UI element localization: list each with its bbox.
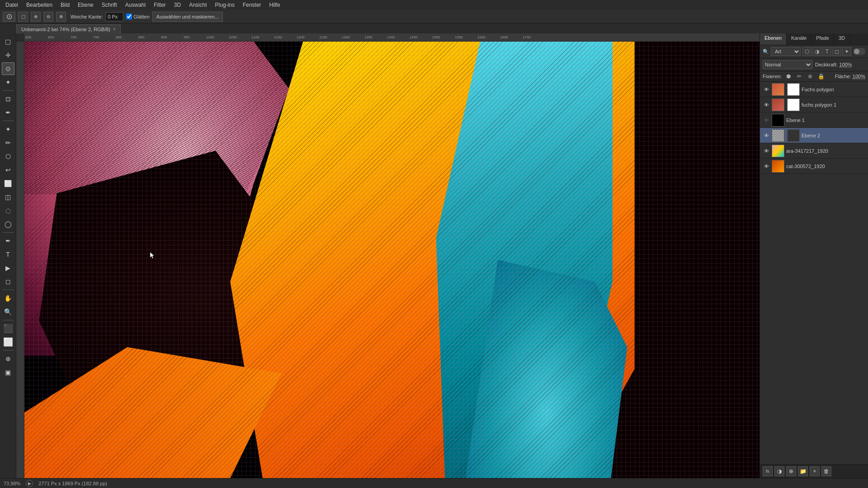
menu-item-ebene[interactable]: Ebene <box>74 1 97 9</box>
tool-move[interactable]: ✛ <box>2 49 14 61</box>
layer-item-cat[interactable]: 👁 cat-300572_1920 <box>760 159 868 174</box>
tool-type[interactable]: T <box>2 248 14 261</box>
menu-item-hilfe[interactable]: Hilfe <box>266 1 284 9</box>
layer-eye-fuchs-polygon-1[interactable]: 👁 <box>763 101 770 108</box>
tab-3d[interactable]: 3D <box>834 33 850 45</box>
layer-adjustment-button[interactable]: ⊕ <box>786 466 796 476</box>
menu-item-3d[interactable]: 3D <box>170 1 184 9</box>
layer-item-fuchs-polygon[interactable]: 👁 Fuchs polygon <box>760 82 868 97</box>
zoom-level[interactable]: 73,98% <box>4 481 20 486</box>
tool-spot-heal[interactable]: ✦ <box>2 123 14 136</box>
tool-hand[interactable]: ✋ <box>2 292 14 305</box>
tool-quick-mask[interactable]: ⊕ <box>2 352 14 365</box>
tab-pfade[interactable]: Pfade <box>811 33 834 45</box>
menu-item-fenster[interactable]: Fenster <box>239 1 265 9</box>
tool-path-select[interactable]: ▶ <box>2 262 14 274</box>
filter-pixel-icon[interactable]: ⬡ <box>802 47 811 56</box>
toolbar-add-selection[interactable]: ⊕ <box>31 12 41 22</box>
layer-item-ebene-2[interactable]: 👁 Ebene 2 <box>760 128 868 143</box>
menu-item-bild[interactable]: Bild <box>57 1 73 9</box>
tool-zoom[interactable]: 🔍 <box>2 305 14 318</box>
canvas-area[interactable]: 600 650 700 750 800 850 900 950 1000 105… <box>16 33 760 478</box>
layer-fx-button[interactable]: fx <box>763 466 773 476</box>
tool-eyedropper[interactable]: ✒ <box>2 106 14 119</box>
tab-close-btn[interactable]: × <box>113 27 116 32</box>
layer-eye-ara[interactable]: 👁 <box>763 147 770 155</box>
layer-name-ebene-2: Ebene 2 <box>802 133 865 138</box>
filter-adjust-icon[interactable]: ◑ <box>812 47 821 56</box>
opacity-value[interactable]: 100% <box>840 62 852 67</box>
toolbar-subtract-selection[interactable]: ⊖ <box>43 12 53 22</box>
layer-item-ebene-1[interactable]: 👁 Ebene 1 <box>760 113 868 128</box>
menu-item-datei[interactable]: Datei <box>2 1 22 9</box>
tab-ebenen[interactable]: Ebenen <box>760 33 787 45</box>
background-color[interactable]: ⬜ <box>2 336 14 348</box>
lock-artboard-icon[interactable]: ⊕ <box>806 72 814 80</box>
tab-kanaele[interactable]: Kanäle <box>787 33 811 45</box>
layer-eye-cat[interactable]: 👁 <box>763 163 770 170</box>
layer-eye-ebene-1[interactable]: 👁 <box>763 117 770 124</box>
tool-lasso[interactable]: ⊙ <box>2 62 14 75</box>
layer-eye-fuchs-polygon[interactable]: 👁 <box>763 86 770 93</box>
canvas-content[interactable] <box>24 42 760 478</box>
layer-item-fuchs-polygon-1[interactable]: 👁 fuchs polygon 1 <box>760 97 868 113</box>
lock-position-icon[interactable]: ⬢ <box>784 72 793 80</box>
layer-filter-select[interactable]: Art <box>771 47 801 56</box>
tool-screen-mode[interactable]: ▣ <box>2 366 14 379</box>
layers-bottom-toolbar: fx ◑ ⊕ 📁 + 🗑 <box>760 464 868 478</box>
layer-mask-button[interactable]: ◑ <box>774 466 784 476</box>
toolbar-new-selection[interactable]: ▢ <box>18 12 28 22</box>
layer-list: 👁 Fuchs polygon 👁 fuchs polygon 1 👁 <box>760 82 868 464</box>
document-dimensions: 2771 Px x 1869 Px (182.88 pp) <box>38 481 107 486</box>
filter-shape-icon[interactable]: ◻ <box>832 47 841 56</box>
document-tab[interactable]: Unbenannt-2 bei 74% (Ebene 2, RGB/8) × <box>16 24 121 33</box>
tool-shape[interactable]: ◻ <box>2 275 14 288</box>
layer-thumb-cat <box>772 160 784 173</box>
soft-edge-input[interactable] <box>105 12 123 21</box>
layer-delete-button[interactable]: 🗑 <box>821 466 831 476</box>
filter-type-icon[interactable]: T <box>822 47 831 56</box>
tool-dodge[interactable]: ◯ <box>2 218 14 230</box>
tool-blur[interactable]: ◌ <box>2 204 14 217</box>
layer-new-button[interactable]: + <box>810 466 820 476</box>
foreground-color[interactable]: ⬛ <box>2 322 14 335</box>
tab-label: Unbenannt-2 bei 74% (Ebene 2, RGB/8) <box>21 27 110 32</box>
filter-toggle[interactable] <box>853 48 865 55</box>
filter-smart-icon[interactable]: ✦ <box>842 47 851 56</box>
layer-name-cat: cat-300572_1920 <box>786 164 865 169</box>
menu-item-auswahl[interactable]: Auswahl <box>122 1 149 9</box>
tool-marquee[interactable]: ▢ <box>2 35 14 48</box>
tool-stamp[interactable]: ⬡ <box>2 150 14 163</box>
menu-item-filter[interactable]: Filter <box>150 1 170 9</box>
tool-icon-area: ⊙ <box>3 12 15 22</box>
status-info-icon[interactable]: ▶ <box>26 480 33 487</box>
layer-item-ara[interactable]: 👁 ara-3417217_1920 <box>760 143 868 159</box>
tool-gradient[interactable]: ◫ <box>2 191 14 203</box>
options-toolbar: ⊙ ▢ ⊕ ⊖ ⊗ Weiche Kante: Glätten Auswähle… <box>0 10 868 23</box>
lock-paint-icon[interactable]: ✏ <box>795 72 803 80</box>
layer-name-fuchs-polygon-1: fuchs polygon 1 <box>802 102 865 108</box>
tool-eraser[interactable]: ⬜ <box>2 177 14 190</box>
tool-magic-wand[interactable]: ✦ <box>2 76 14 89</box>
lock-all-icon[interactable]: 🔒 <box>817 72 825 80</box>
menu-item-bearbeiten[interactable]: Bearbeiten <box>23 1 56 9</box>
menu-item-ansicht[interactable]: Ansicht <box>185 1 210 9</box>
layer-eye-ebene-2[interactable]: 👁 <box>763 132 770 139</box>
toolbar-intersect-selection[interactable]: ⊗ <box>56 12 66 22</box>
blend-mode-select[interactable]: Normal <box>763 60 812 69</box>
select-mask-button[interactable]: Auswählen und maskieren... <box>152 12 223 22</box>
tool-pen[interactable]: ✒ <box>2 235 14 247</box>
tool-crop[interactable]: ⊡ <box>2 93 14 105</box>
layer-name-ebene-1: Ebene 1 <box>786 117 865 123</box>
tool-brush[interactable]: ✏ <box>2 136 14 149</box>
fill-value[interactable]: 100% <box>853 74 865 79</box>
fill-label: Fläche: <box>835 74 851 79</box>
smooth-checkbox[interactable] <box>126 14 132 19</box>
layer-thumb-fuchs-polygon-1 <box>772 99 784 111</box>
layers-filter-row: 🔍 Art ⬡ ◑ T ◻ ✦ <box>760 45 868 58</box>
layer-group-button[interactable]: 📁 <box>798 466 808 476</box>
menu-item-plugins[interactable]: Plug-ins <box>212 1 238 9</box>
fill-row: Fixieren: ⬢ ✏ ⊕ 🔒 Fläche: 100% <box>760 71 868 82</box>
tool-history-brush[interactable]: ↩ <box>2 164 14 176</box>
menu-item-schrift[interactable]: Schrift <box>98 1 121 9</box>
